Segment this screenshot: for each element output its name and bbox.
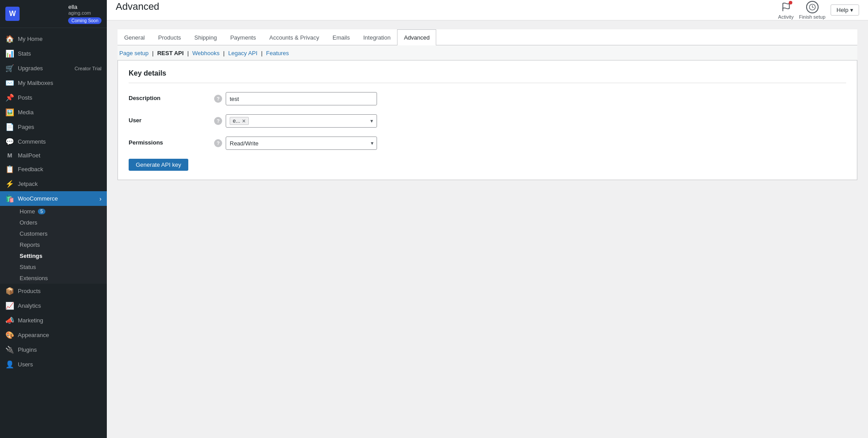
user-field-group: ? e... × ▾ bbox=[214, 114, 846, 128]
submenu-item-orders[interactable]: Orders bbox=[0, 217, 107, 228]
sidebar-item-stats[interactable]: 📊 Stats bbox=[0, 46, 107, 61]
tab-accounts-privacy[interactable]: Accounts & Privacy bbox=[263, 29, 326, 45]
sidebar-item-label: Analytics bbox=[18, 302, 101, 309]
sub-tab-features[interactable]: Features bbox=[264, 50, 291, 56]
tab-advanced[interactable]: Advanced bbox=[397, 29, 436, 45]
products-icon: 📦 bbox=[5, 287, 14, 295]
sidebar-item-woocommerce[interactable]: 🛍️ WooCommerce › bbox=[0, 191, 107, 206]
sidebar-item-plugins[interactable]: 🔌 Plugins bbox=[0, 342, 107, 357]
topbar: Advanced Activity bbox=[107, 0, 868, 20]
sep-4: | bbox=[259, 50, 264, 56]
user-select-wrapper[interactable]: e... × ▾ bbox=[226, 114, 377, 128]
topbar-right: Activity Finish setup Help ▾ bbox=[778, 1, 859, 20]
sidebar-item-label: Feedback bbox=[18, 166, 101, 173]
sidebar-item-analytics[interactable]: 📈 Analytics bbox=[0, 298, 107, 313]
users-icon: 👤 bbox=[5, 360, 14, 369]
tab-emails[interactable]: Emails bbox=[326, 29, 357, 45]
sidebar-item-label: Stats bbox=[18, 50, 101, 57]
activity-label: Activity bbox=[778, 14, 794, 20]
user-tag-clear-icon[interactable]: × bbox=[242, 118, 246, 124]
tab-integration[interactable]: Integration bbox=[357, 29, 397, 45]
site-info: ella aging.com Coming Soon bbox=[68, 4, 101, 24]
pages-icon: 📄 bbox=[5, 123, 14, 131]
sidebar-item-mailpoet[interactable]: M MailPoet bbox=[0, 149, 107, 162]
plugins-icon: 🔌 bbox=[5, 346, 14, 354]
stats-icon: 📊 bbox=[5, 49, 14, 58]
description-field-group: ? bbox=[214, 92, 846, 105]
tab-payments[interactable]: Payments bbox=[223, 29, 263, 45]
description-input[interactable] bbox=[226, 92, 377, 105]
sidebar-item-pages[interactable]: 📄 Pages bbox=[0, 120, 107, 134]
sidebar-item-label: Media bbox=[18, 109, 101, 116]
permissions-select[interactable]: Read/Write Read Write bbox=[226, 137, 377, 150]
woocommerce-submenu: Home 5 Orders Customers Reports Settings… bbox=[0, 206, 107, 284]
tab-products[interactable]: Products bbox=[151, 29, 187, 45]
permissions-label: Permissions bbox=[129, 137, 209, 146]
sidebar: W ella aging.com Coming Soon 🏠 My Home 📊… bbox=[0, 0, 107, 438]
submenu-item-customers[interactable]: Customers bbox=[0, 228, 107, 239]
permissions-select-wrapper: Read/Write Read Write ▾ bbox=[226, 137, 377, 150]
description-help-icon[interactable]: ? bbox=[214, 95, 222, 103]
sidebar-item-label: Products bbox=[18, 288, 101, 294]
submenu-item-status[interactable]: Status bbox=[0, 261, 107, 273]
sidebar-item-label: Pages bbox=[18, 124, 101, 130]
topbar-left: Advanced bbox=[116, 1, 159, 20]
sidebar-item-jetpack[interactable]: ⚡ Jetpack bbox=[0, 177, 107, 191]
posts-icon: 📌 bbox=[5, 93, 14, 102]
sidebar-item-feedback[interactable]: 📋 Feedback bbox=[0, 162, 107, 177]
sidebar-nav: 🏠 My Home 📊 Stats 🛒 Upgrades Creator Tri… bbox=[0, 28, 107, 438]
sidebar-item-my-home[interactable]: 🏠 My Home bbox=[0, 32, 107, 46]
chevron-icon: › bbox=[99, 195, 101, 202]
submenu-item-settings[interactable]: Settings bbox=[0, 250, 107, 261]
sidebar-item-media[interactable]: 🖼️ Media bbox=[0, 105, 107, 120]
sidebar-item-label: Jetpack bbox=[18, 181, 101, 187]
generate-api-key-button[interactable]: Generate API key bbox=[129, 159, 188, 171]
sidebar-item-posts[interactable]: 📌 Posts bbox=[0, 90, 107, 105]
sub-tab-rest-api[interactable]: REST API bbox=[155, 50, 185, 56]
coming-soon-badge: Coming Soon bbox=[68, 17, 101, 24]
sidebar-item-label: Upgrades bbox=[18, 65, 71, 72]
sep-3: | bbox=[221, 50, 226, 56]
submenu-item-extensions[interactable]: Extensions bbox=[0, 273, 107, 284]
woocommerce-icon: 🛍️ bbox=[5, 194, 14, 203]
sub-tab-legacy-api[interactable]: Legacy API bbox=[227, 50, 260, 56]
sidebar-item-comments[interactable]: 💬 Comments bbox=[0, 134, 107, 149]
submenu-item-reports[interactable]: Reports bbox=[0, 239, 107, 250]
sub-tabs: Page setup | REST API | Webhooks | Legac… bbox=[118, 45, 857, 60]
sidebar-item-marketing[interactable]: 📣 Marketing bbox=[0, 313, 107, 328]
main-content: Advanced Activity bbox=[107, 0, 868, 438]
user-help-icon[interactable]: ? bbox=[214, 117, 222, 125]
help-button[interactable]: Help ▾ bbox=[831, 4, 859, 16]
sidebar-item-label: Comments bbox=[18, 138, 101, 145]
appearance-icon: 🎨 bbox=[5, 331, 14, 339]
activity-badge bbox=[789, 1, 792, 4]
marketing-icon: 📣 bbox=[5, 316, 14, 325]
sidebar-item-appearance[interactable]: 🎨 Appearance bbox=[0, 328, 107, 342]
tab-shipping[interactable]: Shipping bbox=[188, 29, 224, 45]
sidebar-item-label: Plugins bbox=[18, 346, 101, 353]
form-section: Key details Description ? User ? e... bbox=[118, 60, 857, 180]
mailpoet-icon: M bbox=[5, 152, 14, 159]
submenu-item-home[interactable]: Home 5 bbox=[0, 206, 107, 217]
sidebar-item-label: Appearance bbox=[18, 332, 101, 338]
permissions-help-icon[interactable]: ? bbox=[214, 139, 222, 147]
feedback-icon: 📋 bbox=[5, 165, 14, 173]
main-tabs: General Products Shipping Payments Accou… bbox=[118, 29, 857, 45]
sub-tab-webhooks[interactable]: Webhooks bbox=[191, 50, 221, 56]
tab-general[interactable]: General bbox=[118, 29, 151, 45]
sidebar-item-products[interactable]: 📦 Products bbox=[0, 284, 107, 298]
finish-setup-label: Finish setup bbox=[799, 14, 825, 20]
form-section-title: Key details bbox=[129, 69, 846, 83]
submenu-home-label: Home bbox=[20, 208, 35, 215]
activity-button[interactable]: Activity bbox=[778, 1, 794, 20]
sidebar-item-users[interactable]: 👤 Users bbox=[0, 357, 107, 372]
sidebar-item-my-mailboxes[interactable]: ✉️ My Mailboxes bbox=[0, 76, 107, 90]
help-label: Help bbox=[836, 7, 848, 13]
sidebar-item-upgrades[interactable]: 🛒 Upgrades Creator Trial bbox=[0, 61, 107, 76]
finish-setup-icon bbox=[806, 1, 819, 13]
user-row: User ? e... × ▾ bbox=[129, 114, 846, 128]
sub-tab-page-setup[interactable]: Page setup bbox=[118, 50, 150, 56]
finish-setup-button[interactable]: Finish setup bbox=[799, 1, 825, 20]
upgrades-icon: 🛒 bbox=[5, 64, 14, 72]
site-domain: aging.com bbox=[68, 10, 101, 16]
